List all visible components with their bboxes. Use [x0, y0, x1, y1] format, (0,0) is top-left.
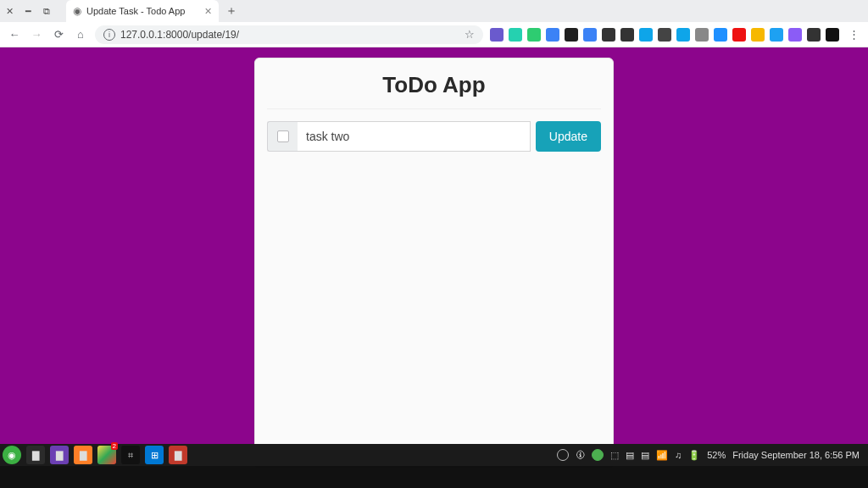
- browser2-icon[interactable]: ▇: [74, 446, 92, 464]
- browser-toolbar: ← → ⟳ ⌂ i 127.0.0.1:8000/update/19/ ☆ ⋮: [0, 22, 868, 47]
- clock[interactable]: Friday September 18, 6:56 PM: [732, 450, 860, 460]
- files-icon[interactable]: ▇: [26, 446, 45, 464]
- sound-icon[interactable]: ♫: [675, 450, 682, 460]
- extension-icon-16[interactable]: [788, 28, 802, 42]
- todo-card: ToDo App Update: [254, 58, 614, 466]
- extension-icon-3[interactable]: [546, 28, 559, 42]
- app-icon[interactable]: ▇: [169, 446, 187, 464]
- extension-icon-5[interactable]: [583, 28, 597, 42]
- extension-icon-0[interactable]: [490, 28, 504, 42]
- os-taskbar: ◉ ▇ ▇ ▇ 2 ⌗ ⊞ ▇ 🛈 ⬚ ▤ ▤ 📶 ♫ 🔋 52% Friday…: [0, 444, 868, 466]
- reload-icon[interactable]: ⟳: [51, 28, 66, 41]
- folder-icon[interactable]: ▇: [50, 446, 69, 464]
- extension-icon-2[interactable]: [527, 28, 541, 42]
- vscode-icon[interactable]: ⊞: [145, 446, 164, 464]
- gpu-icon[interactable]: ▤: [626, 450, 634, 461]
- page-viewport: ToDo App Update ◉ ▇ ▇ ▇ 2 ⌗ ⊞ ▇ 🛈 ⬚ ▤ ▤ …: [0, 47, 868, 466]
- extension-icons: [490, 28, 839, 42]
- window-titlebar: ✕ ━ ⧉ ◉ Update Task - Todo App ✕ ＋: [0, 0, 868, 22]
- site-info-icon[interactable]: i: [103, 29, 115, 41]
- task-title-input[interactable]: [298, 121, 531, 152]
- kebab-menu-icon[interactable]: ⋮: [846, 28, 861, 41]
- extension-icon-14[interactable]: [751, 28, 765, 42]
- globe-icon: ◉: [73, 5, 81, 17]
- gpu2-icon[interactable]: ▤: [641, 450, 649, 461]
- address-bar[interactable]: i 127.0.0.1:8000/update/19/ ☆: [95, 25, 483, 44]
- terminal-icon[interactable]: ⌗: [121, 446, 140, 464]
- browser-tab[interactable]: ◉ Update Task - Todo App ✕: [66, 0, 219, 22]
- update-icon[interactable]: ⬚: [610, 450, 619, 461]
- battery-percent: 52%: [707, 450, 726, 460]
- tab-close-icon[interactable]: ✕: [204, 6, 212, 17]
- extension-icon-11[interactable]: [695, 28, 709, 42]
- extension-icon-1[interactable]: [509, 28, 522, 42]
- status-ok-icon[interactable]: [592, 449, 604, 461]
- extension-icon-17[interactable]: [807, 28, 821, 42]
- extension-icon-15[interactable]: [770, 28, 783, 42]
- window-maximize-icon[interactable]: ⧉: [37, 6, 56, 17]
- extension-icon-12[interactable]: [714, 28, 727, 42]
- extension-icon-13[interactable]: [732, 28, 746, 42]
- battery-icon[interactable]: 🔋: [688, 450, 700, 461]
- update-button[interactable]: Update: [536, 121, 601, 152]
- home-icon[interactable]: ⌂: [73, 28, 88, 41]
- completed-checkbox[interactable]: [277, 130, 289, 142]
- tab-title: Update Task - Todo App: [86, 6, 185, 16]
- notif-icon[interactable]: 🛈: [576, 450, 585, 460]
- url-text: 127.0.0.1:8000/update/19/: [120, 29, 239, 41]
- extension-icon-6[interactable]: [602, 28, 615, 42]
- extension-icon-8[interactable]: [639, 28, 653, 42]
- shield-icon[interactable]: [557, 449, 569, 461]
- system-tray: 🛈 ⬚ ▤ ▤ 📶 ♫ 🔋 52% Friday September 18, 6…: [557, 449, 868, 461]
- page-title: ToDo App: [267, 69, 601, 109]
- extension-icon-4[interactable]: [565, 28, 578, 42]
- update-form: Update: [267, 121, 601, 152]
- back-icon[interactable]: ←: [7, 28, 22, 41]
- extension-icon-10[interactable]: [676, 28, 690, 42]
- window-minimize-icon[interactable]: ━: [19, 6, 37, 17]
- wifi-icon[interactable]: 📶: [656, 450, 668, 461]
- bookmark-star-icon[interactable]: ☆: [465, 28, 475, 41]
- forward-icon[interactable]: →: [29, 28, 44, 41]
- completed-checkbox-wrap: [267, 121, 298, 152]
- extension-icon-7[interactable]: [620, 28, 634, 42]
- window-close-icon[interactable]: ✕: [0, 6, 19, 17]
- chrome-icon[interactable]: 2: [97, 446, 116, 464]
- extension-icon-18[interactable]: [826, 28, 839, 42]
- start-menu-icon[interactable]: ◉: [3, 446, 21, 464]
- new-tab-button[interactable]: ＋: [225, 3, 237, 19]
- extension-icon-9[interactable]: [658, 28, 671, 42]
